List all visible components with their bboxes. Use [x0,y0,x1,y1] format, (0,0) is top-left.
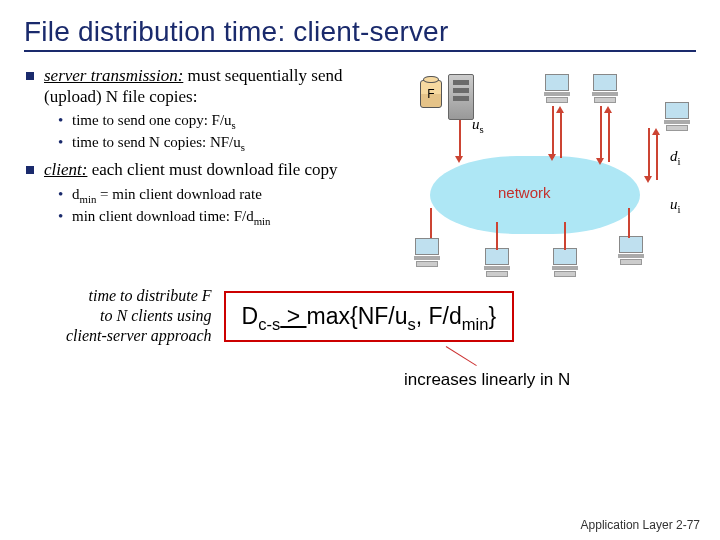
diagram: network F us [370,66,690,282]
bullet-server-head: server transmission: [44,66,183,85]
formula-row: time to distribute F to N clients using … [66,286,696,346]
bullet-client-head: client: [44,160,87,179]
server-icon [448,74,474,120]
server-link-arrow [455,156,463,163]
label-di: di [670,148,681,165]
label-ui: ui [670,196,681,213]
client-icon [614,236,648,266]
bullet-server: server transmission: must sequentially s… [24,66,362,152]
file-icon: F [420,80,442,108]
bullet-client: client: each client must download file c… [24,160,362,226]
client-icon [588,74,622,104]
increases-note: increases linearly in N [404,370,570,390]
sub-min-time: min client download time: F/dmin [58,207,362,227]
client-icon [548,248,582,278]
client-icon [540,74,574,104]
formula-caption: time to distribute F to N clients using … [66,286,212,346]
slide-title: File distribution time: client-server [24,16,696,52]
network-label: network [498,184,551,201]
server-link [459,120,461,160]
pointer-line [446,346,486,370]
label-us: us [472,116,484,133]
slide-footer: Application Layer 2-77 [581,518,700,532]
client-icon [480,248,514,278]
left-column: server transmission: must sequentially s… [24,66,362,282]
sub-n-copies: time to send N copies: NF/us [58,133,362,153]
client-icon [660,102,694,132]
client-icon [410,238,444,268]
sub-dmin: dmin = min client download rate [58,185,362,205]
sub-one-copy: time to send one copy: F/us [58,111,362,131]
formula-box: Dc-s > max{NF/us, F/dmin} [224,291,515,342]
